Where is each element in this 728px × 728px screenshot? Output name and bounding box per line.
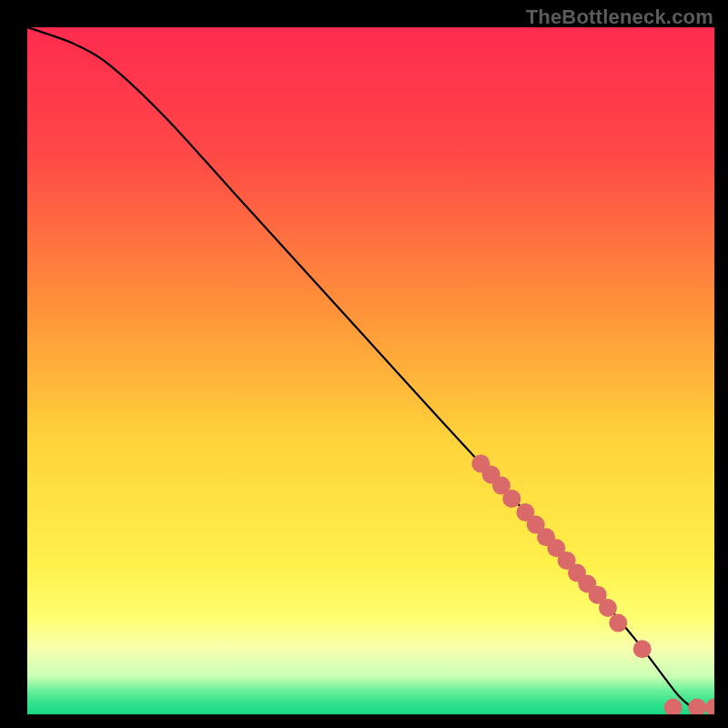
data-point: [502, 490, 521, 508]
chart-frame: TheBottleneck.com: [0, 0, 728, 728]
data-point: [633, 640, 652, 658]
chart-svg: [27, 27, 714, 714]
data-point: [599, 599, 617, 617]
watermark-label: TheBottleneck.com: [526, 5, 713, 29]
data-point: [609, 614, 627, 632]
plot-area: [27, 27, 714, 714]
